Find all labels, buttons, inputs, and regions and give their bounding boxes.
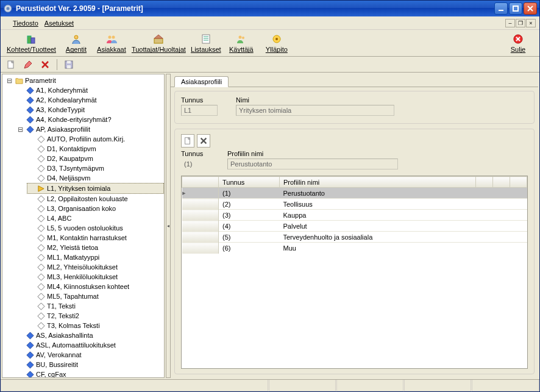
svg-rect-3 — [513, 6, 518, 11]
menubar: Tiedosto Asetukset – ❐ × — [1, 16, 539, 30]
mdi-minimize[interactable]: – — [505, 19, 515, 27]
mdi-close[interactable]: × — [526, 19, 536, 27]
toolbar-yllapito-label: Ylläpito — [266, 46, 288, 53]
tree-item[interactable]: M2, Yleistä tietoa — [27, 243, 164, 252]
panel-collapse-handle[interactable]: ◂ — [166, 74, 171, 378]
pointer-icon — [37, 184, 45, 193]
tunnus-field: L1 — [181, 105, 218, 116]
cell-tunnus: (2) — [219, 199, 280, 210]
main-area: ⊟ParametritA1, KohderyhmätA2, Kohdealary… — [1, 73, 539, 379]
toolbar-sulje[interactable]: Sulje — [500, 32, 536, 54]
menu-tiedosto[interactable]: Tiedosto — [4, 20, 38, 27]
table-row[interactable]: ▸(1)Perustuotanto — [182, 188, 527, 199]
tree-item[interactable]: L5, 5 vuoden ostoluokitus — [27, 223, 164, 233]
edit-button[interactable] — [21, 58, 35, 71]
svg-rect-7 — [31, 38, 35, 43]
toolbar-sulje-label: Sulje — [511, 46, 525, 53]
toolbar-agentit[interactable]: Agentit — [59, 32, 94, 54]
tree-item[interactable]: T3, Kolmas Teksti — [27, 321, 164, 330]
rows-delete-button[interactable] — [197, 134, 210, 148]
tree-item[interactable]: A2, Kohdealaryhmät — [16, 95, 164, 105]
table-row[interactable]: (4)Palvelut — [182, 221, 527, 232]
toolbar-kayttaja[interactable]: Käyttäjä — [224, 32, 259, 54]
grid-col-tunnus[interactable]: Tunnus — [219, 177, 280, 188]
toolbar-listaukset[interactable]: Listaukset — [188, 32, 224, 54]
tree-item[interactable]: D2, Kaupatpvm — [27, 154, 164, 163]
tree-item[interactable]: D3, TJsyntymäpvm — [27, 163, 164, 173]
toolbar-tuottajat-label: Tuottajat/Huoltajat — [132, 46, 186, 53]
svg-marker-59 — [26, 351, 33, 358]
svg-rect-13 — [202, 35, 210, 43]
tree-item[interactable]: M1, Kontaktin harrastukset — [27, 233, 164, 243]
diamond-icon — [37, 282, 45, 291]
tree-item[interactable]: D4, Neljäspvm — [27, 173, 164, 183]
table-row[interactable]: (5)Terveydenhuolto ja sosiaaliala — [182, 232, 527, 243]
tree-item[interactable]: A1, Kohderyhmät — [16, 85, 164, 95]
diamond-icon — [37, 164, 45, 173]
tree-toggle[interactable]: ⊟ — [17, 124, 24, 134]
tree-item[interactable]: L1, Yrityksen toimiala — [27, 183, 164, 194]
rows-new-button[interactable] — [181, 134, 194, 148]
delete-button[interactable] — [38, 58, 52, 71]
tree-toggle[interactable]: ⊟ — [6, 76, 13, 85]
menu-asetukset[interactable]: Asetukset — [44, 20, 74, 27]
svg-marker-33 — [26, 96, 33, 103]
table-row[interactable]: (2)Teollisuus — [182, 199, 527, 210]
profile-grid[interactable]: Tunnus Profiilin nimi ▸(1)Perustuotanto(… — [181, 176, 528, 369]
svg-marker-50 — [37, 263, 44, 270]
maximize-button[interactable] — [509, 2, 522, 15]
diamond-icon — [37, 292, 45, 301]
toolbar-kohteet[interactable]: Kohteet/Tuotteet — [4, 32, 59, 54]
tree-item[interactable]: ML1, Matkatyyppi — [27, 252, 164, 262]
table-row[interactable]: (3)Kauppa — [182, 210, 527, 221]
minimize-button[interactable] — [494, 2, 508, 15]
tree-panel[interactable]: ⊟ParametritA1, KohderyhmätA2, Kohdealary… — [2, 74, 165, 378]
app-window: Perustiedot Ver. 2.9059 - [Parametrit] T… — [0, 0, 540, 392]
tree-item[interactable]: A3, KohdeTyypit — [16, 105, 164, 115]
tree-item[interactable]: CF, cgFax — [16, 369, 164, 378]
toolbar-tuottajat[interactable]: Tuottajat/Huoltajat — [129, 32, 188, 54]
tree-item-ap[interactable]: ⊟AP, Asiakasprofiilit — [16, 124, 164, 134]
tree-item[interactable]: ML3, Henkilöluokitukset — [27, 272, 164, 282]
mdi-restore[interactable]: ❐ — [516, 19, 525, 27]
tree-item[interactable]: ML5, Tapahtumat — [27, 291, 164, 301]
tree-item[interactable]: ASL, Automaattiluokitukset — [16, 340, 164, 350]
tree-label: ML4, Kiinnostuksen kohteet — [47, 282, 129, 291]
tree-item[interactable]: AUTO, Profiilin autom.Kirj. — [27, 134, 164, 144]
diamond-icon — [37, 253, 45, 262]
svg-marker-42 — [38, 185, 43, 191]
grid-col-nimi[interactable]: Profiilin nimi — [279, 177, 475, 188]
tree-label: D3, TJsyntymäpvm — [47, 163, 104, 173]
toolbar-asiakkaat[interactable]: Asiakkaat — [94, 32, 129, 54]
row-nimi-label: Profiilin nimi — [227, 150, 528, 157]
tree-item[interactable]: T1, Teksti — [27, 301, 164, 311]
tree-item[interactable]: ML4, Kiinnostuksen kohteet — [27, 282, 164, 291]
tree-item[interactable]: AV, Verokannat — [16, 350, 164, 360]
tree-root-parametrit[interactable]: ⊟Parametrit — [5, 76, 164, 85]
tree-label: ML1, Matkatyyppi — [47, 252, 99, 262]
save-icon — [64, 60, 74, 69]
tree-item[interactable]: T2, Teksti2 — [27, 311, 164, 321]
svg-rect-11 — [154, 38, 163, 43]
svg-marker-52 — [37, 283, 44, 290]
cell-nimi: Perustuotanto — [279, 188, 475, 199]
tree-label: T1, Teksti — [47, 301, 76, 311]
svg-point-1 — [7, 7, 10, 10]
table-row[interactable]: (6)Muu — [182, 243, 527, 254]
tree-label: D1, Kontaktipvm — [47, 144, 96, 154]
tree-item[interactable]: D1, Kontaktipvm — [27, 144, 164, 154]
tree-item[interactable]: L3, Organisaation koko — [27, 204, 164, 213]
tab-asiakasprofiili[interactable]: Asiakasprofiili — [174, 76, 229, 87]
tree-item[interactable]: BU, Bussireitit — [16, 360, 164, 369]
toolbar-yllapito[interactable]: Ylläpito — [259, 32, 294, 54]
tree-item[interactable]: L4, ABC — [27, 213, 164, 223]
tree-label: L4, ABC — [47, 213, 71, 223]
tree-item[interactable]: L2, Oppilaitosten kouluaste — [27, 194, 164, 204]
close-button[interactable] — [524, 2, 537, 15]
new-button[interactable] — [4, 58, 18, 71]
tree-item[interactable]: A4, Kohde-erityisryhmät? — [16, 115, 164, 124]
save-button[interactable] — [62, 58, 76, 71]
tree-item[interactable]: AS, Asiakashallinta — [16, 330, 164, 340]
diamond-icon — [37, 204, 45, 213]
tree-item[interactable]: ML2, Yhteisöluokitukset — [27, 262, 164, 272]
